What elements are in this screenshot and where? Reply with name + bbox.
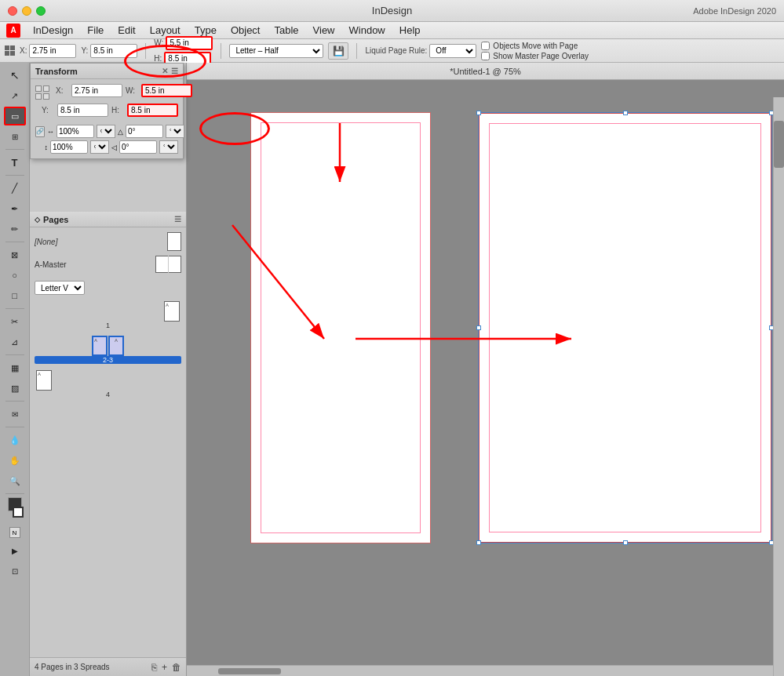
page-3-canvas[interactable] — [478, 112, 772, 543]
hand-tool[interactable]: ✋ — [4, 451, 26, 470]
master-page-left[interactable] — [155, 256, 168, 273]
transform-x-input[interactable] — [71, 84, 122, 97]
new-page-icon[interactable]: + — [162, 662, 167, 673]
transform-w-input[interactable] — [141, 84, 192, 97]
new-master-icon[interactable]: ⎘ — [151, 662, 157, 673]
direct-selection-tool[interactable]: ↗ — [4, 86, 26, 105]
menu-help[interactable]: Help — [393, 23, 427, 38]
transform-w-row: W: — [126, 84, 192, 97]
page-3-icon[interactable]: A — [108, 336, 124, 356]
page-3-margin — [489, 123, 761, 532]
delete-page-icon[interactable]: 🗑 — [172, 662, 181, 673]
show-master-checkbox[interactable] — [481, 52, 490, 60]
transform-close-button[interactable]: ✕ — [162, 67, 168, 75]
transform-h-input[interactable] — [127, 104, 178, 117]
page-4-icon[interactable]: A — [36, 370, 52, 391]
menu-object[interactable]: Object — [224, 23, 267, 38]
canvas-area[interactable]: *Untitled-1 @ 75% — [187, 63, 784, 676]
selection-tool[interactable]: ↖ — [4, 66, 26, 85]
free-transform-tool[interactable]: ⊿ — [4, 333, 26, 351]
canvas-content[interactable] — [187, 80, 784, 676]
type-tool[interactable]: T — [4, 153, 26, 172]
transform-y-input[interactable] — [57, 104, 108, 117]
main-layout: ↖ ↗ ▭ ⊞ T ╱ ✒ ✏ ⊠ ○ □ — [0, 63, 784, 676]
w-input[interactable] — [166, 36, 213, 50]
ellipse-tool[interactable]: ○ — [4, 266, 26, 285]
fullscreen-button[interactable] — [36, 6, 46, 16]
shear-input[interactable] — [119, 140, 157, 154]
menu-indesign[interactable]: InDesign — [27, 23, 79, 38]
transform-x-row: X: — [56, 84, 122, 97]
scissors-tool[interactable]: ✂ — [4, 312, 26, 331]
objects-move-checkbox[interactable] — [481, 42, 490, 50]
liquid-page-dropdown[interactable]: Off — [429, 44, 476, 58]
transform-panel-header[interactable]: Transform ✕ ☰ — [31, 64, 183, 79]
page-size-dropdown[interactable]: Letter – Half — [229, 44, 323, 58]
transform-menu-button[interactable]: ☰ — [171, 67, 178, 75]
page-2-canvas[interactable] — [250, 112, 431, 543]
menu-view[interactable]: View — [307, 23, 341, 38]
menu-file[interactable]: File — [81, 23, 110, 38]
link-icon[interactable]: 🔗 — [35, 126, 45, 137]
eyedropper-tool[interactable]: 💧 — [4, 431, 26, 449]
minimize-button[interactable] — [22, 6, 31, 16]
scale-w-dropdown[interactable]: % — [97, 125, 115, 138]
extra-tool[interactable]: ⊡ — [4, 562, 26, 580]
rotate-input[interactable] — [126, 125, 163, 138]
shear-dropdown[interactable]: ° — [159, 140, 178, 154]
scale-h-dropdown[interactable]: % — [90, 140, 109, 154]
video-tool[interactable]: ▶ — [4, 541, 26, 560]
scrollbar-v-thumb[interactable] — [774, 121, 784, 168]
objects-move-item: Objects Move with Page — [481, 42, 589, 50]
pencil-tool[interactable]: ✏ — [4, 220, 26, 238]
zoom-tool[interactable]: 🔍 — [4, 471, 26, 490]
scrollbar-horizontal[interactable] — [187, 665, 773, 676]
page-1-icon[interactable]: A — [164, 301, 180, 322]
pages-panel-header[interactable]: ◇ Pages ☰ — [30, 212, 186, 227]
normal-view-mode[interactable]: N — [9, 527, 20, 538]
save-button[interactable]: 💾 — [328, 42, 348, 60]
tool-separator-7 — [5, 427, 24, 427]
page-tool[interactable]: ▭ — [4, 107, 26, 125]
rectangle-frame-tool[interactable]: ⊠ — [4, 245, 26, 264]
master-page-right[interactable] — [169, 256, 181, 273]
transform-y-label: Y: — [42, 106, 54, 114]
rectangle-tool[interactable]: □ — [4, 286, 26, 305]
menu-window[interactable]: Window — [343, 23, 392, 38]
traffic-lights[interactable] — [8, 6, 46, 16]
none-label: [None] — [35, 238, 57, 246]
tool-separator-1 — [5, 149, 24, 150]
show-master-label: Show Master Page Overlay — [493, 52, 589, 60]
menu-edit[interactable]: Edit — [111, 23, 141, 38]
adobe-logo: A — [6, 24, 20, 38]
close-button[interactable] — [8, 6, 17, 16]
y-coord-group: Y: — [81, 44, 137, 58]
none-page-icon[interactable] — [167, 232, 181, 251]
x-input[interactable] — [29, 44, 76, 58]
spread-4: A 4 — [35, 370, 181, 398]
menu-table[interactable]: Table — [268, 23, 304, 38]
h-label: H: — [154, 54, 162, 63]
scale-w-input[interactable] — [57, 125, 94, 138]
gradient-feather-tool[interactable]: ▨ — [4, 379, 26, 398]
scale-h-input[interactable] — [50, 140, 88, 154]
tool-separator-2 — [5, 175, 24, 176]
rotate-dropdown[interactable]: ° — [166, 125, 184, 138]
page-2-icon[interactable]: A — [92, 336, 108, 356]
tool-separator-3 — [5, 242, 24, 242]
titlebar: InDesign Adobe InDesign 2020 — [0, 0, 784, 22]
stroke-color[interactable] — [13, 507, 24, 518]
transform-y-row: Y: — [42, 104, 108, 117]
scrollbar-vertical[interactable] — [773, 97, 784, 676]
scrollbar-h-thumb[interactable] — [218, 668, 281, 674]
gap-tool[interactable]: ⊞ — [4, 127, 26, 146]
pages-panel-menu[interactable]: ☰ — [174, 215, 181, 224]
line-tool[interactable]: ╱ — [4, 179, 26, 198]
pen-tool[interactable]: ✒ — [4, 199, 26, 218]
gradient-swatch-tool[interactable]: ▦ — [4, 358, 26, 377]
letter-select[interactable]: Letter V — [35, 281, 85, 295]
note-tool[interactable]: ✉ — [4, 405, 26, 423]
y-input[interactable] — [90, 44, 137, 58]
transform-w-label: W: — [126, 86, 138, 95]
handle-tc — [623, 111, 628, 115]
